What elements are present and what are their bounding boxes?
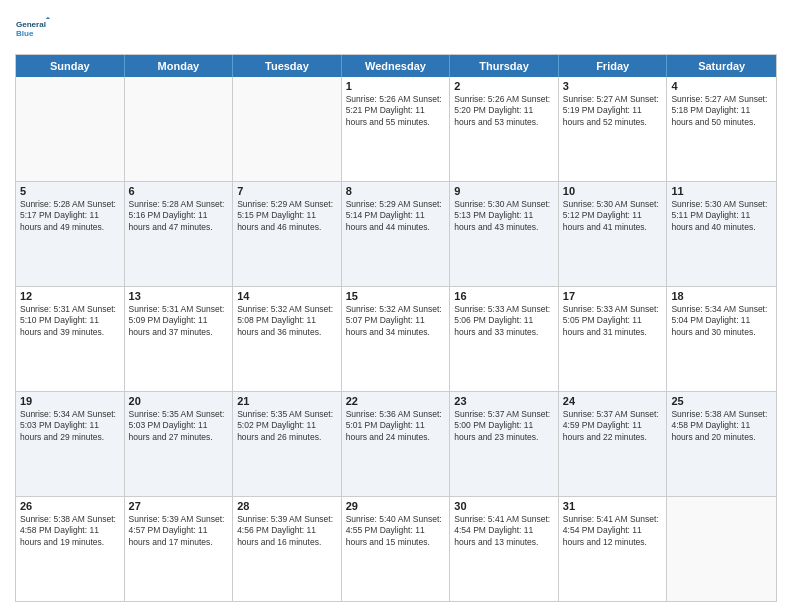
page: General Blue SundayMondayTuesdayWednesda… — [0, 0, 792, 612]
day-number: 18 — [671, 290, 772, 302]
day-number: 13 — [129, 290, 229, 302]
calendar-cell: 10Sunrise: 5:30 AM Sunset: 5:12 PM Dayli… — [559, 182, 668, 286]
weekday-header: Tuesday — [233, 55, 342, 77]
day-number: 22 — [346, 395, 446, 407]
calendar-cell — [233, 77, 342, 181]
cell-info: Sunrise: 5:37 AM Sunset: 5:00 PM Dayligh… — [454, 409, 554, 443]
cell-info: Sunrise: 5:30 AM Sunset: 5:11 PM Dayligh… — [671, 199, 772, 233]
weekday-header: Wednesday — [342, 55, 451, 77]
calendar-cell: 16Sunrise: 5:33 AM Sunset: 5:06 PM Dayli… — [450, 287, 559, 391]
day-number: 8 — [346, 185, 446, 197]
cell-info: Sunrise: 5:41 AM Sunset: 4:54 PM Dayligh… — [454, 514, 554, 548]
day-number: 2 — [454, 80, 554, 92]
cell-info: Sunrise: 5:32 AM Sunset: 5:07 PM Dayligh… — [346, 304, 446, 338]
calendar-cell: 3Sunrise: 5:27 AM Sunset: 5:19 PM Daylig… — [559, 77, 668, 181]
svg-text:General: General — [16, 20, 46, 29]
svg-text:Blue: Blue — [16, 29, 34, 38]
cell-info: Sunrise: 5:26 AM Sunset: 5:21 PM Dayligh… — [346, 94, 446, 128]
calendar-cell: 14Sunrise: 5:32 AM Sunset: 5:08 PM Dayli… — [233, 287, 342, 391]
weekday-header: Monday — [125, 55, 234, 77]
calendar-cell: 7Sunrise: 5:29 AM Sunset: 5:15 PM Daylig… — [233, 182, 342, 286]
day-number: 21 — [237, 395, 337, 407]
calendar-row: 5Sunrise: 5:28 AM Sunset: 5:17 PM Daylig… — [16, 181, 776, 286]
day-number: 5 — [20, 185, 120, 197]
calendar-cell: 4Sunrise: 5:27 AM Sunset: 5:18 PM Daylig… — [667, 77, 776, 181]
day-number: 26 — [20, 500, 120, 512]
calendar-row: 12Sunrise: 5:31 AM Sunset: 5:10 PM Dayli… — [16, 286, 776, 391]
day-number: 27 — [129, 500, 229, 512]
calendar-cell: 25Sunrise: 5:38 AM Sunset: 4:58 PM Dayli… — [667, 392, 776, 496]
calendar-cell: 11Sunrise: 5:30 AM Sunset: 5:11 PM Dayli… — [667, 182, 776, 286]
calendar-cell: 23Sunrise: 5:37 AM Sunset: 5:00 PM Dayli… — [450, 392, 559, 496]
cell-info: Sunrise: 5:34 AM Sunset: 5:04 PM Dayligh… — [671, 304, 772, 338]
calendar-cell: 8Sunrise: 5:29 AM Sunset: 5:14 PM Daylig… — [342, 182, 451, 286]
logo: General Blue — [15, 10, 51, 46]
logo-svg: General Blue — [15, 10, 51, 46]
cell-info: Sunrise: 5:35 AM Sunset: 5:03 PM Dayligh… — [129, 409, 229, 443]
header: General Blue — [15, 10, 777, 46]
calendar-cell: 18Sunrise: 5:34 AM Sunset: 5:04 PM Dayli… — [667, 287, 776, 391]
day-number: 31 — [563, 500, 663, 512]
calendar-cell: 26Sunrise: 5:38 AM Sunset: 4:58 PM Dayli… — [16, 497, 125, 601]
calendar-cell: 24Sunrise: 5:37 AM Sunset: 4:59 PM Dayli… — [559, 392, 668, 496]
weekday-header: Thursday — [450, 55, 559, 77]
calendar-cell: 9Sunrise: 5:30 AM Sunset: 5:13 PM Daylig… — [450, 182, 559, 286]
day-number: 9 — [454, 185, 554, 197]
calendar-cell: 27Sunrise: 5:39 AM Sunset: 4:57 PM Dayli… — [125, 497, 234, 601]
cell-info: Sunrise: 5:37 AM Sunset: 4:59 PM Dayligh… — [563, 409, 663, 443]
calendar-cell: 21Sunrise: 5:35 AM Sunset: 5:02 PM Dayli… — [233, 392, 342, 496]
cell-info: Sunrise: 5:33 AM Sunset: 5:06 PM Dayligh… — [454, 304, 554, 338]
day-number: 4 — [671, 80, 772, 92]
weekday-header: Saturday — [667, 55, 776, 77]
day-number: 7 — [237, 185, 337, 197]
day-number: 20 — [129, 395, 229, 407]
weekday-header: Sunday — [16, 55, 125, 77]
weekday-header: Friday — [559, 55, 668, 77]
cell-info: Sunrise: 5:31 AM Sunset: 5:09 PM Dayligh… — [129, 304, 229, 338]
cell-info: Sunrise: 5:31 AM Sunset: 5:10 PM Dayligh… — [20, 304, 120, 338]
cell-info: Sunrise: 5:36 AM Sunset: 5:01 PM Dayligh… — [346, 409, 446, 443]
day-number: 29 — [346, 500, 446, 512]
cell-info: Sunrise: 5:35 AM Sunset: 5:02 PM Dayligh… — [237, 409, 337, 443]
day-number: 24 — [563, 395, 663, 407]
cell-info: Sunrise: 5:28 AM Sunset: 5:16 PM Dayligh… — [129, 199, 229, 233]
calendar-row: 26Sunrise: 5:38 AM Sunset: 4:58 PM Dayli… — [16, 496, 776, 601]
cell-info: Sunrise: 5:34 AM Sunset: 5:03 PM Dayligh… — [20, 409, 120, 443]
day-number: 10 — [563, 185, 663, 197]
calendar-cell: 5Sunrise: 5:28 AM Sunset: 5:17 PM Daylig… — [16, 182, 125, 286]
cell-info: Sunrise: 5:29 AM Sunset: 5:15 PM Dayligh… — [237, 199, 337, 233]
calendar-row: 19Sunrise: 5:34 AM Sunset: 5:03 PM Dayli… — [16, 391, 776, 496]
calendar-cell: 15Sunrise: 5:32 AM Sunset: 5:07 PM Dayli… — [342, 287, 451, 391]
cell-info: Sunrise: 5:38 AM Sunset: 4:58 PM Dayligh… — [20, 514, 120, 548]
calendar: SundayMondayTuesdayWednesdayThursdayFrid… — [15, 54, 777, 602]
calendar-cell — [667, 497, 776, 601]
cell-info: Sunrise: 5:38 AM Sunset: 4:58 PM Dayligh… — [671, 409, 772, 443]
calendar-cell — [16, 77, 125, 181]
cell-info: Sunrise: 5:30 AM Sunset: 5:13 PM Dayligh… — [454, 199, 554, 233]
day-number: 11 — [671, 185, 772, 197]
calendar-cell: 6Sunrise: 5:28 AM Sunset: 5:16 PM Daylig… — [125, 182, 234, 286]
day-number: 14 — [237, 290, 337, 302]
day-number: 28 — [237, 500, 337, 512]
cell-info: Sunrise: 5:41 AM Sunset: 4:54 PM Dayligh… — [563, 514, 663, 548]
calendar-cell: 17Sunrise: 5:33 AM Sunset: 5:05 PM Dayli… — [559, 287, 668, 391]
calendar-cell: 22Sunrise: 5:36 AM Sunset: 5:01 PM Dayli… — [342, 392, 451, 496]
day-number: 23 — [454, 395, 554, 407]
calendar-cell: 19Sunrise: 5:34 AM Sunset: 5:03 PM Dayli… — [16, 392, 125, 496]
day-number: 19 — [20, 395, 120, 407]
cell-info: Sunrise: 5:29 AM Sunset: 5:14 PM Dayligh… — [346, 199, 446, 233]
calendar-cell — [125, 77, 234, 181]
cell-info: Sunrise: 5:28 AM Sunset: 5:17 PM Dayligh… — [20, 199, 120, 233]
day-number: 6 — [129, 185, 229, 197]
calendar-header: SundayMondayTuesdayWednesdayThursdayFrid… — [16, 55, 776, 77]
calendar-cell: 30Sunrise: 5:41 AM Sunset: 4:54 PM Dayli… — [450, 497, 559, 601]
cell-info: Sunrise: 5:27 AM Sunset: 5:19 PM Dayligh… — [563, 94, 663, 128]
cell-info: Sunrise: 5:33 AM Sunset: 5:05 PM Dayligh… — [563, 304, 663, 338]
cell-info: Sunrise: 5:39 AM Sunset: 4:56 PM Dayligh… — [237, 514, 337, 548]
calendar-row: 1Sunrise: 5:26 AM Sunset: 5:21 PM Daylig… — [16, 77, 776, 181]
day-number: 1 — [346, 80, 446, 92]
calendar-cell: 2Sunrise: 5:26 AM Sunset: 5:20 PM Daylig… — [450, 77, 559, 181]
svg-marker-2 — [46, 17, 51, 19]
cell-info: Sunrise: 5:30 AM Sunset: 5:12 PM Dayligh… — [563, 199, 663, 233]
calendar-cell: 28Sunrise: 5:39 AM Sunset: 4:56 PM Dayli… — [233, 497, 342, 601]
